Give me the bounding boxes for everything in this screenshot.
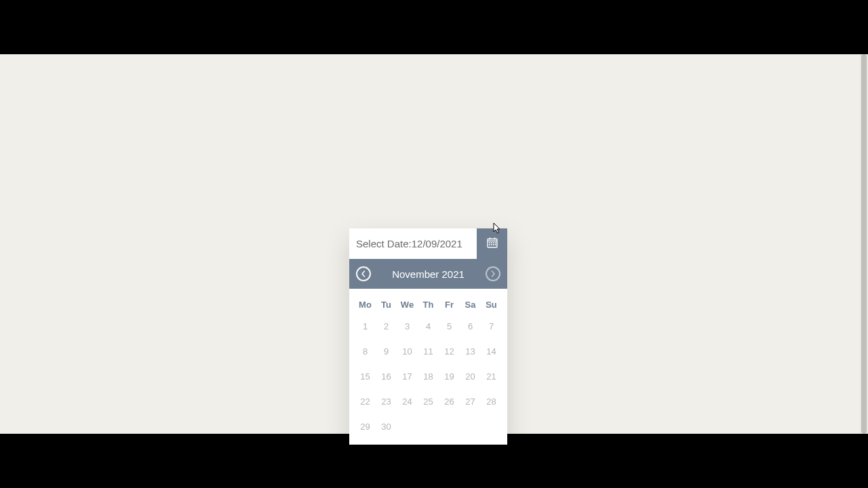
- day-cell[interactable]: 23: [376, 389, 397, 414]
- svg-rect-10: [493, 244, 494, 245]
- weekday-header: Th: [418, 296, 439, 314]
- day-cell[interactable]: 14: [481, 339, 502, 364]
- weekday-header: Sa: [460, 296, 481, 314]
- day-cell[interactable]: 10: [397, 339, 418, 364]
- day-cell-empty: [460, 414, 481, 439]
- weekday-header: Su: [481, 296, 502, 314]
- day-cell[interactable]: 5: [439, 314, 460, 339]
- day-cell[interactable]: 20: [460, 364, 481, 389]
- svg-rect-4: [489, 242, 490, 243]
- svg-rect-9: [491, 244, 492, 245]
- day-cell[interactable]: 1: [355, 314, 376, 339]
- day-cell[interactable]: 22: [355, 389, 376, 414]
- month-header: November 2021: [349, 259, 507, 289]
- scrollbar-track[interactable]: [860, 54, 868, 434]
- svg-rect-6: [493, 242, 494, 243]
- content-area: Select Date: 12/09/2021: [0, 54, 860, 434]
- day-cell[interactable]: 24: [397, 389, 418, 414]
- day-cell[interactable]: 16: [376, 364, 397, 389]
- datepicker: Select Date: 12/09/2021: [349, 228, 507, 445]
- calendar-body: Mo Tu We Th Fr Sa Su 1 2 3 4: [349, 289, 507, 445]
- calendar-icon: [487, 237, 498, 251]
- day-cell[interactable]: 12: [439, 339, 460, 364]
- weekday-header: We: [397, 296, 418, 314]
- day-cell[interactable]: 11: [418, 339, 439, 364]
- day-cell[interactable]: 19: [439, 364, 460, 389]
- weekday-row: Mo Tu We Th Fr Sa Su: [355, 296, 502, 314]
- day-cell-empty: [418, 414, 439, 439]
- day-cell-empty: [439, 414, 460, 439]
- day-cell[interactable]: 13: [460, 339, 481, 364]
- day-cell[interactable]: 18: [418, 364, 439, 389]
- day-cell[interactable]: 9: [376, 339, 397, 364]
- month-label[interactable]: November 2021: [392, 268, 465, 280]
- svg-rect-7: [494, 242, 496, 243]
- weekday-header: Mo: [355, 296, 376, 314]
- calendar-table: Mo Tu We Th Fr Sa Su 1 2 3 4: [355, 296, 502, 439]
- day-cell[interactable]: 30: [376, 414, 397, 439]
- scrollbar-thumb[interactable]: [861, 54, 867, 434]
- chevron-left-icon: [361, 270, 366, 277]
- svg-rect-11: [494, 244, 496, 245]
- day-cell[interactable]: 29: [355, 414, 376, 439]
- day-cell[interactable]: 2: [376, 314, 397, 339]
- svg-rect-8: [489, 244, 490, 245]
- calendar-toggle-button[interactable]: [477, 228, 507, 259]
- weekday-header: Fr: [439, 296, 460, 314]
- day-cell-empty: [397, 414, 418, 439]
- day-cell[interactable]: 17: [397, 364, 418, 389]
- select-date-prefix: Select Date:: [356, 238, 412, 249]
- week-row: 29 30: [355, 414, 502, 439]
- day-cell[interactable]: 7: [481, 314, 502, 339]
- datepicker-header: Select Date: 12/09/2021: [349, 228, 507, 259]
- day-cell[interactable]: 21: [481, 364, 502, 389]
- day-cell[interactable]: 28: [481, 389, 502, 414]
- week-row: 15 16 17 18 19 20 21: [355, 364, 502, 389]
- svg-rect-5: [491, 242, 492, 243]
- day-cell[interactable]: 4: [418, 314, 439, 339]
- day-cell[interactable]: 26: [439, 389, 460, 414]
- day-cell[interactable]: 3: [397, 314, 418, 339]
- day-cell[interactable]: 8: [355, 339, 376, 364]
- day-cell[interactable]: 25: [418, 389, 439, 414]
- next-month-button[interactable]: [486, 266, 500, 281]
- day-cell[interactable]: 27: [460, 389, 481, 414]
- chevron-right-icon: [490, 270, 496, 277]
- week-row: 8 9 10 11 12 13 14: [355, 339, 502, 364]
- day-cell[interactable]: 15: [355, 364, 376, 389]
- weekday-header: Tu: [376, 296, 397, 314]
- selected-date-value: 12/09/2021: [412, 238, 462, 249]
- select-date-label: Select Date: 12/09/2021: [349, 228, 477, 259]
- day-cell-empty: [481, 414, 502, 439]
- prev-month-button[interactable]: [356, 266, 371, 281]
- week-row: 1 2 3 4 5 6 7: [355, 314, 502, 339]
- day-cell[interactable]: 6: [460, 314, 481, 339]
- week-row: 22 23 24 25 26 27 28: [355, 389, 502, 414]
